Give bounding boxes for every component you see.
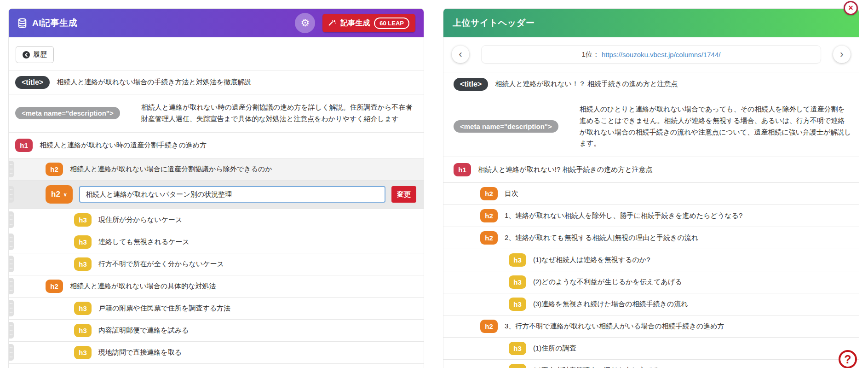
drag-handle[interactable] — [9, 186, 14, 203]
heading-level-select[interactable]: h2 ∨ — [46, 185, 73, 204]
outline-row-h2: h2 3、行方不明で連絡が取れない相続人がいる場合の相続手続きの進め方 — [443, 315, 859, 338]
outline-row-h3[interactable]: h3 行方不明で所在が全く分からないケース — [9, 253, 424, 275]
title-tag-text: 相続人と連絡が取れない！？ 相続手続きの進め方と注意点 — [495, 80, 678, 88]
outline-row-h3: h3 (1)住所の調査 — [443, 338, 859, 360]
drag-handle[interactable] — [9, 211, 14, 228]
outline-row-text: (1)住所の調査 — [533, 344, 576, 353]
h3-badge: h3 — [74, 213, 92, 227]
outline-row-h3[interactable]: h3 戸籍の附票や住民票で住所を調査する方法 — [9, 298, 424, 320]
drag-handle[interactable] — [9, 300, 14, 316]
grip-dots-icon — [10, 347, 13, 358]
grip-dots-icon — [10, 189, 13, 200]
ai-article-header: AI記事生成 ⚙ 記事生成 60 LEAP — [9, 9, 424, 37]
outline-row-text: 行方不明で所在が全く分からないケース — [98, 260, 224, 269]
heading-text-input[interactable] — [79, 186, 385, 203]
outline-row-text: 目次 — [505, 189, 518, 198]
h2-badge: h2 — [46, 163, 63, 176]
h3-badge: h3 — [509, 253, 526, 267]
next-site-button[interactable]: › — [833, 46, 851, 63]
h3-badge: h3 — [74, 302, 92, 315]
close-panel-button[interactable]: × — [844, 1, 858, 15]
outline-row-text: 現住所が分からないケース — [98, 216, 182, 224]
prev-site-button[interactable]: ‹ — [452, 46, 469, 63]
h3-badge: h3 — [509, 342, 526, 355]
h2-badge: h2 — [46, 280, 63, 293]
page-title: AI記事生成 — [32, 17, 77, 29]
h3-badge: h3 — [74, 346, 92, 359]
outline-row-h2: h2 2、連絡が取れても無視する相続人|無視の理由と手続きの流れ — [443, 227, 859, 249]
outline-row-h3: h3 (1)なぜ相続人は連絡を無視するのか? — [443, 249, 859, 271]
gear-icon: ⚙ — [300, 17, 310, 29]
outline-row-h2[interactable]: h2 相続人と連絡が取れない場合の具体的な対処法 — [9, 275, 424, 298]
h2-badge: h2 — [480, 187, 498, 200]
outline-row-h1: h1 相続人と連絡が取れない!? 相続手続きの進め方と注意点 — [443, 157, 859, 183]
meta-description-row: <meta name="description"> 相続人のひとりと連絡が取れな… — [443, 96, 859, 157]
outline-row-h3: h3 (3)連絡を無視され続けた場合の相続手続きの流れ — [443, 293, 859, 315]
outline-row-h3: h3 (2)不在者財産管理人の選任を申し立てる — [443, 360, 859, 368]
question-mark-icon: ? — [844, 353, 851, 366]
grip-dots-icon — [10, 215, 13, 225]
history-button[interactable]: 履歴 — [16, 46, 54, 63]
settings-button[interactable]: ⚙ — [295, 13, 315, 33]
meta-description-badge: <meta name="description"> — [454, 120, 558, 133]
site-nav-row: ‹ 1位： https://souzoku.vbest.jp/columns/1… — [443, 37, 859, 72]
left-outline-list: <title> 相続人と連絡が取れない場合の手続き方法と対処法を徹底解説 <me… — [9, 70, 424, 364]
history-button-label: 履歴 — [33, 50, 47, 59]
outline-row-text: 連絡しても無視されるケース — [98, 238, 190, 246]
outline-row-text: 現地訪問で直接連絡を取る — [98, 348, 182, 357]
drag-handle[interactable] — [9, 256, 14, 272]
outline-row-h1[interactable]: h1 相続人と連絡が取れない時の遺産分割手続きの進め方 — [9, 133, 424, 158]
h1-badge: h1 — [454, 163, 471, 176]
top-site-header: 上位サイトヘッダー — [443, 9, 859, 37]
outline-row-text: 相続人と連絡が取れない場合の具体的な対処法 — [70, 282, 216, 291]
help-button[interactable]: ? — [839, 350, 857, 368]
outline-row-h3[interactable]: h3 現住所が分からないケース — [9, 209, 424, 231]
title-tag-text: 相続人と連絡が取れない場合の手続き方法と対処法を徹底解説 — [57, 78, 251, 87]
magic-wand-icon — [328, 19, 336, 27]
chevron-down-icon: ∨ — [63, 192, 67, 198]
h3-badge: h3 — [74, 324, 92, 337]
ranked-url-link[interactable]: https://souzoku.vbest.jp/columns/1744/ — [602, 51, 720, 58]
h1-badge: h1 — [15, 139, 33, 152]
outline-row-text: (2)どのような不利益が生じるかを伝えてあげる — [533, 278, 682, 286]
grip-dots-icon — [10, 164, 13, 175]
outline-row-text: (3)連絡を無視され続けた場合の相続手続きの流れ — [533, 300, 688, 309]
outline-edit-row: h2 ∨ 変更 — [9, 181, 424, 209]
grip-dots-icon — [10, 325, 13, 336]
right-outline-list: <title> 相続人と連絡が取れない！？ 相続手続きの進め方と注意点 <met… — [443, 72, 859, 368]
grip-dots-icon — [10, 303, 13, 314]
outline-row-h2[interactable]: h2 相続人と連絡が取れない場合に遺産分割協議から除外できるのか — [9, 158, 424, 181]
drag-handle[interactable] — [9, 344, 14, 361]
h2-badge: h2 — [480, 320, 498, 333]
rank-label: 1位： — [582, 50, 599, 59]
outline-row-text: 2、連絡が取れても無視する相続人|無視の理由と手続きの流れ — [505, 234, 698, 242]
chevron-left-icon: ‹ — [459, 49, 462, 59]
outline-row-text: 1、連絡が取れない相続人を除外し、勝手に相続手続きを進めたらどうなる? — [505, 211, 742, 220]
grip-dots-icon — [10, 237, 13, 247]
circle-arrow-left-icon — [23, 51, 30, 58]
outline-row-h3[interactable]: h3 内容証明郵便で連絡を試みる — [9, 320, 424, 342]
ai-article-panel: AI記事生成 ⚙ 記事生成 60 LEAP 履歴 — [8, 8, 424, 368]
h2-badge: h2 — [480, 231, 498, 245]
change-button[interactable]: 変更 — [391, 186, 416, 203]
drag-handle[interactable] — [9, 322, 14, 339]
outline-row-text: 戸籍の附票や住民票で住所を調査する方法 — [98, 304, 230, 313]
drag-handle[interactable] — [9, 234, 14, 250]
drag-handle[interactable] — [9, 278, 14, 294]
outline-row-h3: h3 (2)どのような不利益が生じるかを伝えてあげる — [443, 271, 859, 293]
outline-row-text: 内容証明郵便で連絡を試みる — [98, 326, 189, 335]
meta-description-row: <meta name="description"> 相続人と連絡が取れない時の遺… — [9, 94, 424, 133]
outline-row-text: 相続人と連絡が取れない場合に遺産分割協議から除外できるのか — [70, 165, 272, 174]
title-tag-row: <title> 相続人と連絡が取れない場合の手続き方法と対処法を徹底解説 — [9, 70, 424, 94]
meta-description-text: 相続人と連絡が取れない時の遺産分割協議の進め方を詳しく解説。住所調査から不在者財… — [141, 102, 416, 125]
outline-row-h3[interactable]: h3 現地訪問で直接連絡を取る — [9, 342, 424, 364]
title-tag-badge: <title> — [454, 78, 488, 91]
drag-handle[interactable] — [9, 161, 14, 177]
grip-dots-icon — [10, 259, 13, 269]
leap-credit-badge: 60 LEAP — [374, 18, 409, 29]
outline-row-text: 相続人と連絡が取れない時の遺産分割手続きの進め方 — [40, 141, 207, 150]
h3-badge: h3 — [509, 298, 526, 311]
outline-row-h3[interactable]: h3 連絡しても無視されるケース — [9, 231, 424, 253]
generate-article-button[interactable]: 記事生成 60 LEAP — [322, 14, 415, 32]
meta-description-badge: <meta name="description"> — [15, 107, 120, 119]
